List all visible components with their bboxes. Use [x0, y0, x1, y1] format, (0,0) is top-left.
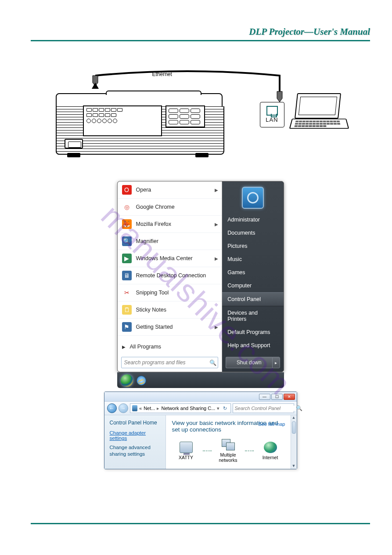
- start-menu-item-label: Opera: [136, 187, 151, 193]
- start-menu-right-link[interactable]: Devices and Printers: [222, 306, 283, 326]
- start-menu-item-label: Google Chrome: [136, 204, 175, 210]
- start-menu-right-column: AdministratorDocumentsPicturesMusicGames…: [222, 181, 283, 372]
- nav-forward-button[interactable]: →: [119, 403, 128, 413]
- footer-rule: [31, 523, 370, 524]
- control-panel-icon: [132, 405, 138, 411]
- network-node: Multiple networks: [214, 439, 242, 463]
- start-orb-icon[interactable]: [121, 374, 133, 387]
- start-menu-right-link[interactable]: Control Panel: [222, 292, 283, 306]
- svg-marker-1: [277, 91, 282, 102]
- app-icon: 🔍: [122, 236, 132, 246]
- network-map: XATTYMultiple networksInternet: [172, 439, 285, 463]
- chevron-down-icon[interactable]: ▾: [217, 406, 219, 411]
- control-panel-main: View your basic network information and …: [166, 415, 291, 469]
- internet-explorer-icon[interactable]: [137, 376, 146, 385]
- change-advanced-sharing-link[interactable]: Change advanced sharing settings: [110, 444, 161, 457]
- window-titlebar: — ☐ ✕: [104, 392, 297, 402]
- network-link-icon: [245, 450, 254, 451]
- breadcrumb-part-1[interactable]: Net...: [144, 406, 155, 411]
- app-icon: 🗒: [122, 305, 132, 315]
- scroll-up-icon[interactable]: ▲: [291, 415, 297, 421]
- multi-icon: [222, 439, 235, 450]
- app-icon: O: [122, 185, 132, 195]
- start-search-box[interactable]: 🔍: [121, 357, 219, 368]
- start-menu: OOpera▶◎Google Chrome🦊Mozilla Firefox▶🔍M…: [117, 181, 284, 388]
- scrollbar[interactable]: ▲ ▼: [291, 415, 297, 469]
- start-search-input[interactable]: [122, 357, 209, 368]
- breadcrumb-ellipsis: «: [139, 406, 142, 411]
- rj45-icon: [266, 106, 278, 116]
- page-header-title: DLP Projector—User's Manual: [31, 26, 370, 40]
- search-icon: 🔍: [208, 359, 218, 366]
- start-menu-item[interactable]: ✂Snipping Tool: [118, 284, 222, 301]
- taskbar: [117, 372, 284, 388]
- ethernet-label: Ethernet: [152, 71, 172, 77]
- scroll-down-icon[interactable]: ▼: [291, 464, 297, 469]
- user-avatar-icon: [242, 187, 264, 209]
- see-full-map-link[interactable]: See full map: [258, 421, 285, 427]
- control-panel-search-input[interactable]: [235, 406, 296, 411]
- start-menu-item[interactable]: 🔍Magnifier: [118, 233, 222, 250]
- globe-icon: [264, 442, 277, 453]
- app-icon: ⚑: [122, 322, 132, 332]
- minimize-button[interactable]: —: [259, 394, 270, 400]
- start-menu-right-link[interactable]: Documents: [222, 226, 283, 239]
- header-rule: [31, 40, 370, 41]
- shutdown-button[interactable]: Shut down ▸: [226, 357, 280, 368]
- lan-label: LAN: [260, 116, 284, 123]
- start-menu-right-link[interactable]: Administrator: [222, 213, 283, 226]
- start-menu-right-link[interactable]: Help and Support: [222, 339, 283, 352]
- network-node: Internet: [256, 442, 284, 460]
- start-menu-right-link[interactable]: Games: [222, 266, 283, 279]
- chevron-right-icon: ▶: [215, 256, 218, 261]
- scroll-thumb[interactable]: [292, 421, 296, 434]
- change-adapter-settings-link[interactable]: Change adapter settings: [110, 430, 161, 441]
- search-icon: 🔍: [296, 405, 302, 411]
- network-node-label: XATTY: [172, 455, 200, 460]
- app-icon: ▶: [122, 254, 132, 263]
- start-menu-item[interactable]: 🦊Mozilla Firefox▶: [118, 216, 222, 233]
- app-icon: 🖥: [122, 271, 132, 280]
- start-menu-item[interactable]: 🗒Sticky Notes: [118, 301, 222, 319]
- start-menu-right-link[interactable]: Computer: [222, 279, 283, 292]
- chevron-right-icon: ▸: [157, 406, 159, 411]
- start-menu-right-link[interactable]: Default Programs: [222, 326, 283, 339]
- start-menu-item[interactable]: ⚑Getting Started▶: [118, 319, 222, 336]
- start-menu-item[interactable]: 🖥Remote Desktop Connection: [118, 267, 222, 284]
- nav-back-button[interactable]: ←: [107, 403, 117, 413]
- lan-jack: LAN: [260, 102, 284, 127]
- network-link-icon: [203, 450, 212, 451]
- start-menu-item-label: Snipping Tool: [136, 290, 169, 296]
- shutdown-options-chevron-icon[interactable]: ▸: [272, 357, 280, 368]
- app-icon: ◎: [122, 202, 132, 212]
- all-programs-label: All Programs: [130, 344, 162, 350]
- breadcrumb[interactable]: « Net... ▸ Network and Sharing C... ▾ ↻: [130, 403, 231, 413]
- window-toolbar: ← → « Net... ▸ Network and Sharing C... …: [104, 402, 297, 415]
- start-menu-item-label: Remote Desktop Connection: [136, 272, 206, 279]
- all-programs[interactable]: ▶ All Programs: [118, 339, 222, 354]
- start-menu-right-link[interactable]: Pictures: [222, 239, 283, 253]
- start-menu-right-link[interactable]: Music: [222, 253, 283, 266]
- breadcrumb-part-2[interactable]: Network and Sharing C...: [161, 406, 215, 411]
- chevron-right-icon: ▶: [215, 222, 218, 227]
- start-menu-item-label: Windows Media Center: [136, 255, 193, 261]
- start-menu-left-column: OOpera▶◎Google Chrome🦊Mozilla Firefox▶🔍M…: [118, 181, 223, 372]
- refresh-icon[interactable]: ↻: [221, 406, 228, 411]
- chevron-right-icon: ▶: [215, 188, 218, 192]
- start-menu-item-label: Getting Started: [136, 324, 173, 330]
- control-panel-search[interactable]: 🔍: [233, 403, 294, 413]
- start-menu-item[interactable]: ▶Windows Media Center▶: [118, 250, 222, 267]
- control-panel-window: — ☐ ✕ ← → « Net... ▸ Network and Sharing…: [104, 392, 297, 469]
- app-icon: 🦊: [122, 219, 132, 229]
- pc-icon: [180, 442, 193, 453]
- chevron-right-icon: ▶: [122, 345, 126, 349]
- close-button[interactable]: ✕: [284, 394, 295, 400]
- connection-diagram: Ethernet LAN: [51, 71, 350, 168]
- network-node-label: Multiple networks: [214, 452, 242, 463]
- maximize-button[interactable]: ☐: [271, 394, 283, 400]
- control-panel-home-link[interactable]: Control Panel Home: [110, 420, 161, 426]
- start-menu-item[interactable]: ◎Google Chrome: [118, 199, 222, 216]
- start-menu-item[interactable]: OOpera▶: [118, 181, 222, 199]
- start-menu-item-label: Mozilla Firefox: [136, 221, 172, 227]
- control-panel-sidebar: Control Panel Home Change adapter settin…: [104, 415, 166, 469]
